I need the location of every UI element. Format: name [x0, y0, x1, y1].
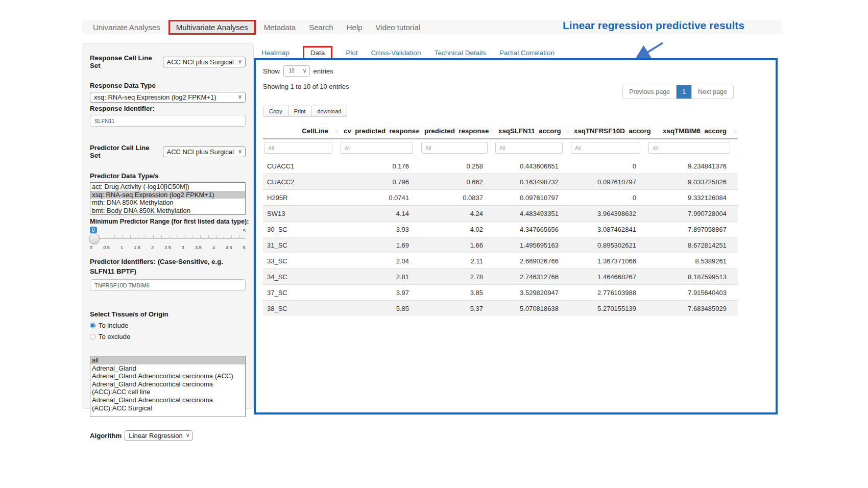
- results-tabs: HeatmapDataPlotCross-ValidationTechnical…: [261, 46, 554, 60]
- slider-tick-label: 2: [151, 245, 154, 250]
- column-filter-input[interactable]: [421, 142, 488, 154]
- table-row: 34_SC 2.81 2.78 2.746312766 1.464668267 …: [263, 269, 738, 285]
- results-tab[interactable]: Heatmap: [261, 49, 290, 57]
- response-data-type-select[interactable]: xsq: RNA-seq Expression (log2 FPKM+1)∨: [90, 92, 246, 103]
- radio-icon: [90, 323, 95, 328]
- column-filter-input[interactable]: [264, 142, 332, 154]
- main-nav: Univariate AnalysesMultivariate Analyses…: [82, 20, 425, 35]
- response-cell-line-set-select[interactable]: ACC NCI plus Surgical∨: [163, 57, 246, 67]
- table-row: H295R 0.0741 0.0837 0.097610797 0 9.3321…: [263, 190, 738, 206]
- nav-item[interactable]: Univariate Analyses: [88, 21, 165, 33]
- sort-icon: ↑↓: [643, 128, 646, 134]
- results-panel: Show 10∨ entries Showing 1 to 10 of 10 e…: [254, 58, 778, 414]
- export-button[interactable]: Copy: [263, 106, 288, 116]
- predictor-data-types-listbox: act: Drug Activity (-log10[IC50M])xsq: R…: [90, 182, 246, 215]
- tissue-origin-radio[interactable]: To include: [90, 322, 246, 329]
- xsqtnfrsf10d-cell: 1.367371066: [570, 253, 647, 269]
- predictor-identifiers-input[interactable]: [90, 279, 246, 291]
- export-button[interactable]: download: [311, 106, 347, 116]
- response-identifier-input[interactable]: [90, 115, 246, 127]
- column-header[interactable]: xsqSLFN11_accorg↑↓: [494, 124, 570, 139]
- column-header-label: predicted_response: [424, 127, 489, 135]
- table-row: SW13 4.14 4.24 4.483493351 3.964398632 7…: [263, 206, 738, 222]
- results-tab[interactable]: Cross-Validation: [371, 49, 421, 57]
- table-row: CUACC2 0.796 0.662 0.163498732 0.0976107…: [263, 174, 738, 190]
- nav-item[interactable]: Metadata: [259, 21, 301, 33]
- column-filter-input[interactable]: [571, 142, 640, 154]
- tissue-option[interactable]: Adrenal_Gland:Adrenocortical carcinoma (…: [90, 380, 245, 396]
- slider-tick-label: 5: [243, 245, 246, 250]
- slider-value-badge: 0: [90, 227, 97, 233]
- nav-item[interactable]: Help: [342, 21, 368, 33]
- column-header[interactable]: xsqTNFRSF10D_accorg↑↓: [570, 124, 647, 139]
- tissue-origin-listbox: allAdrenal_GlandAdrenal_Gland:Adrenocort…: [90, 356, 246, 417]
- xsqtmbim6-cell: 9.234841376: [647, 158, 738, 174]
- predicted-response-cell: 5.37: [420, 301, 494, 316]
- filter-cell: [570, 139, 647, 158]
- predictor-data-type-option[interactable]: bmt: Body DNA 850K Methylation: [90, 207, 245, 215]
- column-header-label: xsqTMBIM6_accorg: [663, 127, 727, 135]
- radio-label: To exclude: [99, 333, 130, 340]
- next-page-button[interactable]: Next page: [691, 85, 733, 99]
- column-filter-input[interactable]: [648, 142, 730, 154]
- slider-handle[interactable]: [89, 233, 100, 244]
- column-header-label: CellLine: [302, 127, 328, 135]
- column-filter-input[interactable]: [495, 142, 563, 154]
- page-number-button[interactable]: 1: [677, 85, 691, 99]
- results-tab[interactable]: Plot: [346, 49, 357, 57]
- tissue-origin-radio[interactable]: To exclude: [90, 333, 246, 340]
- predictor-data-type-option[interactable]: act: Drug Activity (-log10[IC50M]): [90, 183, 245, 191]
- slider-tick-label: 0.5: [103, 245, 110, 250]
- page-length-value: 10: [289, 68, 295, 74]
- tissue-option[interactable]: Adrenal_Gland:Adrenocortical carcinoma (…: [90, 396, 245, 412]
- table-row: 33_SC 2.04 2.11 2.669026766 1.367371066 …: [263, 253, 738, 269]
- chevron-down-icon: ∨: [186, 432, 190, 438]
- page: { "colors": { "panel_border_blue": "#106…: [0, 0, 868, 488]
- cv-predicted-response-cell: 2.81: [340, 269, 420, 285]
- column-header-label: xsqSLFN11_accorg: [498, 127, 561, 135]
- predicted-response-cell: 0.258: [420, 158, 494, 174]
- chevron-down-icon: ∨: [238, 58, 242, 65]
- tissue-option[interactable]: all: [90, 356, 245, 364]
- column-header[interactable]: cv_predicted_response↑↓: [340, 124, 420, 139]
- predictor-cell-line-set-label: Predictor Cell Line Set: [90, 144, 160, 159]
- xsqslfn11-cell: 0.443606651: [494, 158, 570, 174]
- column-header[interactable]: xsqTMBIM6_accorg↑↓: [647, 124, 738, 139]
- column-header[interactable]: CellLine↑↓: [263, 124, 340, 139]
- xsqslfn11-cell: 2.746312766: [494, 269, 570, 285]
- entries-label: entries: [314, 67, 333, 75]
- results-tab[interactable]: Technical Details: [435, 49, 486, 57]
- filter-cell: [647, 139, 738, 158]
- page-length-select[interactable]: 10∨: [283, 65, 310, 77]
- results-tab[interactable]: Data: [303, 46, 333, 60]
- nav-item[interactable]: Search: [304, 21, 339, 33]
- nav-item[interactable]: Multivariate Analyses: [168, 20, 256, 35]
- export-button[interactable]: Print: [288, 106, 312, 116]
- slider-track[interactable]: [90, 238, 246, 239]
- column-header-label: xsqTNFRSF10D_accorg: [574, 127, 651, 135]
- results-tab[interactable]: Partial Correlation: [499, 49, 554, 57]
- predictor-data-type-option[interactable]: mth: DNA 850K Methylation: [90, 199, 245, 207]
- predictor-data-type-option[interactable]: xsq: RNA-seq Expression (log2 FPKM+1): [90, 191, 245, 199]
- column-filter-input[interactable]: [341, 142, 413, 154]
- response-cell-line-set-value: ACC NCI plus Surgical: [167, 58, 234, 66]
- controls-sidebar: Response Cell Line Set ACC NCI plus Surg…: [82, 43, 254, 409]
- xsqtmbim6-cell: 8.5389261: [647, 253, 738, 269]
- column-header-label: cv_predicted_response: [344, 127, 420, 135]
- tissue-option[interactable]: Adrenal_Gland:Adrenocortical carcinoma (…: [90, 372, 245, 380]
- cellline-cell: 30_SC: [263, 222, 340, 237]
- tissue-option[interactable]: Adrenal_Gland: [90, 364, 245, 373]
- sort-icon: ↑↓: [565, 128, 569, 134]
- xsqslfn11-cell: 0.163498732: [494, 174, 570, 190]
- predicted-response-cell: 2.11: [420, 253, 494, 269]
- predictor-cell-line-set-select[interactable]: ACC NCI plus Surgical∨: [163, 147, 246, 157]
- previous-page-button[interactable]: Previous page: [623, 85, 677, 99]
- algorithm-select[interactable]: Linear Regression∨: [125, 430, 192, 441]
- table-row: 31_SC 1.69 1.66 1.495695163 0.895302621 …: [263, 237, 738, 253]
- column-header[interactable]: predicted_response↑↓: [420, 124, 494, 139]
- sort-icon: ↑↓: [335, 128, 339, 134]
- cv-predicted-response-cell: 3.97: [340, 285, 420, 301]
- nav-item[interactable]: Video tutorial: [371, 21, 425, 33]
- response-data-type-label: Response Data Type: [90, 82, 246, 89]
- response-identifier-label: Response Identifier:: [90, 105, 246, 112]
